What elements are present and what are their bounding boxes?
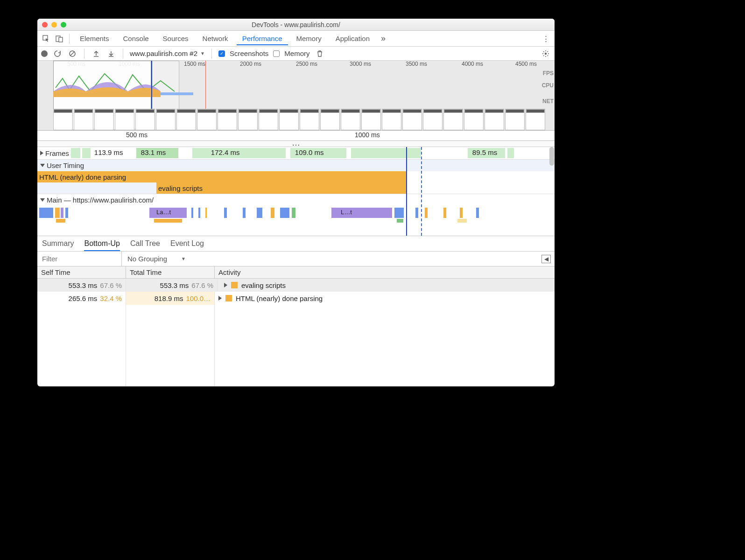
total-time-pct: 100.0… [186,294,211,302]
user-timing-label: User Timing [47,161,84,169]
frames-label: Frames [45,149,69,157]
window-title: DevTools - www.paulirish.com/ [37,21,555,28]
clear-button[interactable] [67,49,77,59]
table-empty-area [37,305,555,386]
titlebar: DevTools - www.paulirish.com/ [37,19,555,31]
tab-event-log[interactable]: Event Log [170,239,204,248]
details-filter-bar: No Grouping ▼ ◀ [37,252,555,266]
col-activity[interactable]: Activity [215,266,555,278]
tab-summary[interactable]: Summary [42,239,74,248]
overview-activity-graph [53,69,193,103]
flame-cursor [406,147,407,236]
tab-network[interactable]: Network [197,32,234,45]
frame-value: 113.9 ms [94,148,123,156]
self-time-pct: 32.4 % [100,294,122,302]
col-total-time[interactable]: Total Time [126,266,215,278]
activity-swatch [225,295,232,301]
more-tabs-button[interactable]: » [378,34,388,44]
recording-select[interactable]: www.paulirish.com #2 ▼ [130,49,205,57]
timeline-overview[interactable]: 500 ms 1000 ms 1500 ms 2000 ms 2500 ms 3… [37,61,555,131]
devtools-window: DevTools - www.paulirish.com/ Elements C… [37,19,555,386]
toggle-heaviest-stack-button[interactable]: ◀ [541,255,551,263]
overview-screenshots [53,109,555,130]
overview-tick: 1500 ms [184,61,205,67]
details-tabs: Summary Bottom-Up Call Tree Event Log [37,236,555,252]
overview-tick: 2000 ms [240,61,261,67]
overview-tick: 2500 ms [296,61,317,67]
activity-label: HTML (nearly) done parsing [236,294,323,302]
tab-call-tree[interactable]: Call Tree [130,239,160,248]
total-time-value: 818.9 ms [155,294,183,302]
expand-icon[interactable] [218,296,222,301]
flame-chip: La…t [156,209,171,217]
total-time-value: 553.3 ms [160,281,189,289]
svg-line-4 [70,52,74,56]
record-button[interactable] [41,50,48,57]
garbage-collect-icon[interactable] [315,49,325,59]
frame-value: 83.1 ms [141,148,166,156]
memory-checkbox[interactable] [273,50,280,57]
filter-input[interactable] [37,255,121,263]
table-row[interactable]: 553.3 ms67.6 % 553.3 ms67.6 % evaling sc… [37,279,555,292]
grouping-select[interactable]: No Grouping [127,255,167,263]
tab-memory[interactable]: Memory [291,32,327,45]
dropdown-icon: ▼ [181,256,186,261]
capture-settings-icon[interactable] [541,49,551,59]
flame-chip: L…t [341,209,352,217]
user-timing-bar[interactable]: HTML (nearly) done parsing [37,171,406,182]
svg-rect-2 [59,37,63,42]
ruler-tick: 1000 ms [355,131,380,139]
collapsed-tracks-indicator[interactable]: … [37,141,555,147]
tab-performance[interactable]: Performance [237,32,288,45]
self-time-value: 553.3 ms [69,281,98,289]
col-self-time[interactable]: Self Time [37,266,126,278]
overview-cpu-label: CPU [542,82,554,89]
screenshots-label: Screenshots [230,49,268,57]
tab-bottom-up[interactable]: Bottom-Up [84,239,119,251]
tab-application[interactable]: Application [330,32,375,45]
performance-toolbar: www.paulirish.com #2 ▼ ✓ Screenshots Mem… [37,47,555,61]
user-timing-bar-label: HTML (nearly) done parsing [39,173,126,181]
total-time-pct: 67.6 % [191,281,213,289]
self-time-pct: 67.6 % [100,281,122,289]
screenshots-checkbox[interactable]: ✓ [218,50,225,57]
collapse-icon[interactable] [40,164,45,167]
frames-bar: 113.9 ms 83.1 ms 172.4 ms 109.0 ms 89.5 … [71,147,555,159]
collapse-icon[interactable] [40,198,45,202]
kebab-menu-icon[interactable]: ⋮ [541,34,551,44]
inspect-element-icon[interactable] [41,34,51,44]
separator [69,34,70,44]
expand-icon[interactable] [224,283,227,287]
main-thread-flame[interactable]: La…t L…t [37,206,555,224]
table-row[interactable]: 265.6 ms32.4 % 818.9 ms100.0… HTML (near… [37,292,555,305]
overview-tick: 3500 ms [406,61,427,67]
tab-console[interactable]: Console [118,32,155,45]
memory-label: Memory [284,49,309,57]
user-timing-bar[interactable]: evaling scripts [156,182,406,194]
load-profile-icon[interactable] [91,49,101,59]
flame-ruler[interactable]: 500 ms 1000 ms [37,131,555,141]
frames-track[interactable]: Frames 113.9 ms 83.1 ms 172.4 ms 109.0 m… [37,147,555,159]
separator [84,49,84,59]
tab-elements[interactable]: Elements [74,32,115,45]
expand-icon[interactable] [40,151,43,155]
main-thread-header[interactable]: Main — https://www.paulirish.com/ [37,194,555,206]
save-profile-icon[interactable] [106,49,116,59]
reload-record-button[interactable] [52,49,63,59]
overview-net-label: NET [542,98,554,105]
table-header: Self Time Total Time Activity [37,266,555,279]
overview-fps-label: FPS [543,70,554,77]
panel-tabs: Elements Console Sources Network Perform… [37,31,555,47]
tab-sources[interactable]: Sources [157,32,194,45]
activity-swatch [231,282,238,288]
user-timing-header[interactable]: User Timing [37,159,555,171]
recording-select-label: www.paulirish.com #2 [130,49,197,57]
user-timing-bar-label: evaling scripts [158,184,203,192]
flame-chart[interactable]: Frames 113.9 ms 83.1 ms 172.4 ms 109.0 m… [37,147,555,236]
dropdown-icon: ▼ [200,51,205,56]
ruler-tick: 500 ms [126,131,148,139]
frame-value: 109.0 ms [295,148,324,156]
self-time-value: 265.6 ms [69,294,98,302]
device-toolbar-icon[interactable] [54,34,64,44]
svg-point-7 [545,52,547,54]
